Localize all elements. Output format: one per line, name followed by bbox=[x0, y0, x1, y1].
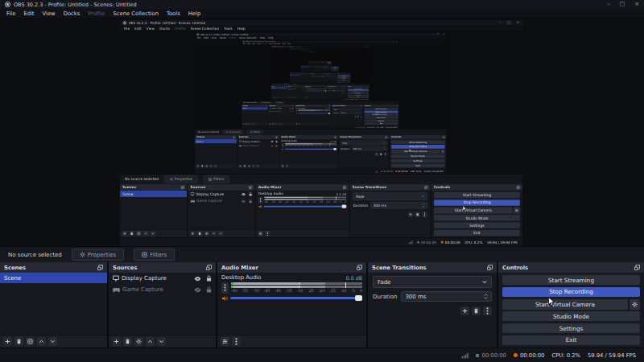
gamepad-icon bbox=[239, 145, 242, 147]
menu-file[interactable]: File bbox=[2, 10, 19, 18]
move-scene-up-button bbox=[143, 231, 149, 237]
menu-profile: Profile bbox=[228, 36, 237, 39]
source-properties-button bbox=[204, 231, 209, 237]
volume-meter bbox=[285, 143, 336, 146]
menu-edit[interactable]: Edit bbox=[19, 10, 38, 18]
duration-spinner[interactable]: 300 ms bbox=[401, 291, 492, 302]
properties-button: Properties bbox=[259, 101, 272, 105]
menu-view[interactable]: View bbox=[39, 10, 60, 18]
preview-canvas: OBS 30.2.3 - Profile: Untitled - Scenes:… bbox=[308, 51, 332, 65]
menu-docks[interactable]: Docks bbox=[60, 10, 85, 18]
transition-value: Fade bbox=[328, 88, 331, 88]
controls-title: Controls bbox=[391, 136, 402, 138]
move-scene-down-button bbox=[214, 164, 217, 167]
preview-area[interactable]: OBS 30.2.3 - Profile: Untitled - Scenes:… bbox=[0, 19, 644, 246]
stream-time: 00:00:00 bbox=[383, 171, 393, 173]
visibility-eye-icon[interactable] bbox=[194, 276, 201, 282]
source-row-display-capture[interactable]: Display Capture bbox=[109, 273, 216, 284]
preview-canvas bbox=[312, 52, 328, 60]
minimize-button[interactable]: – bbox=[607, 2, 610, 7]
volume-slider[interactable] bbox=[230, 295, 362, 301]
mixer-options-button[interactable] bbox=[232, 337, 241, 346]
source-properties-button[interactable] bbox=[134, 337, 143, 346]
popout-icon[interactable] bbox=[487, 265, 493, 270]
move-scene-up-button[interactable] bbox=[37, 337, 46, 346]
move-source-down-button[interactable] bbox=[157, 337, 166, 346]
exit-button: Exit bbox=[348, 97, 369, 98]
recording-time: 00:00:00 bbox=[445, 240, 460, 244]
channel-db-value: 0.0 dB bbox=[330, 140, 336, 142]
advanced-audio-icon[interactable] bbox=[221, 337, 229, 346]
maximize-button[interactable]: □ bbox=[620, 2, 625, 7]
gear-icon bbox=[80, 252, 85, 257]
captured-screen-frame: OBS 30.2.3 - Profile: Untitled - Scenes:… bbox=[308, 51, 332, 65]
recording-timer: 00:00:00 bbox=[338, 82, 341, 83]
cpu-usage: CPU: 0.2% bbox=[551, 352, 580, 359]
remove-transition-button[interactable] bbox=[472, 306, 481, 315]
duration-label: Duration bbox=[328, 90, 332, 91]
controls-panel: Controls Start Streaming Stop Recording … bbox=[390, 135, 447, 168]
menu-tools[interactable]: Tools bbox=[163, 10, 184, 18]
virtual-camera-config-button[interactable] bbox=[630, 299, 640, 310]
properties-label: Properties bbox=[284, 84, 288, 84]
popout-icon bbox=[443, 136, 445, 138]
transition-options-button[interactable] bbox=[483, 306, 492, 315]
dock-area: Scenes Scene Sources bbox=[195, 135, 447, 168]
move-scene-down-button[interactable] bbox=[48, 337, 57, 346]
start-streaming-button[interactable]: Start Streaming bbox=[502, 275, 640, 285]
controls-body: Start Streaming Stop Recording Start Vir… bbox=[498, 273, 644, 348]
scene-filters-button[interactable] bbox=[26, 337, 35, 346]
cpu-usage: CPU: 0.2% bbox=[355, 99, 359, 100]
popout-icon[interactable] bbox=[97, 265, 103, 270]
properties-button[interactable]: Properties bbox=[72, 249, 124, 261]
visibility-eye-slash-icon[interactable] bbox=[194, 287, 201, 293]
add-source-button[interactable] bbox=[112, 337, 121, 346]
add-scene-button bbox=[122, 231, 128, 237]
menu-profile[interactable]: Profile bbox=[84, 10, 109, 18]
lock-icon[interactable] bbox=[206, 286, 212, 293]
maximize-button: □ bbox=[365, 46, 366, 47]
filters-button[interactable]: Filters bbox=[134, 249, 175, 261]
channel-options-button[interactable] bbox=[221, 282, 229, 294]
filters-label: Filters bbox=[213, 177, 224, 181]
transition-select[interactable]: Fade bbox=[373, 276, 492, 288]
sources-list: Display Capture Game Capture bbox=[308, 67, 314, 71]
lock-icon bbox=[292, 110, 294, 112]
volume-slider-handle[interactable] bbox=[355, 295, 362, 301]
close-button[interactable]: × bbox=[634, 2, 639, 7]
add-scene-button[interactable] bbox=[3, 337, 12, 346]
menu-scene-collection[interactable]: Scene Collection bbox=[109, 10, 163, 18]
start-virtual-camera-button[interactable]: Start Virtual Camera bbox=[502, 299, 628, 310]
remove-scene-button[interactable] bbox=[14, 337, 23, 346]
maximize-button: □ bbox=[349, 48, 349, 49]
captured-screen-frame: OBS 30.2.3 - Profile: Untitled - Scenes:… bbox=[195, 33, 447, 175]
remove-source-button[interactable] bbox=[123, 337, 132, 346]
menu-help[interactable]: Help bbox=[184, 10, 205, 18]
lock-icon bbox=[249, 192, 252, 196]
spinner-arrows[interactable] bbox=[484, 294, 488, 299]
menu-view: View bbox=[210, 36, 218, 39]
captured-screen-frame: OBS 30.2.3 - Profile: Untitled - Scenes:… bbox=[120, 20, 522, 246]
scene-list-item[interactable]: Scene bbox=[0, 273, 107, 283]
speaker-icon[interactable] bbox=[221, 295, 228, 302]
transition-value: Fade bbox=[334, 109, 337, 110]
popout-icon[interactable] bbox=[357, 265, 362, 270]
captured-screen-frame: OBS 30.2.3 - Profile: Untitled - Scenes:… bbox=[271, 45, 369, 101]
properties-label: Properties bbox=[175, 177, 192, 181]
lock-icon[interactable] bbox=[206, 275, 212, 282]
exit-button[interactable]: Exit bbox=[502, 335, 640, 345]
settings-button[interactable]: Settings bbox=[502, 323, 640, 333]
no-source-selected-label: No source selected bbox=[8, 252, 62, 258]
move-source-up-button[interactable] bbox=[146, 337, 155, 346]
window-controls: – □ × bbox=[347, 48, 350, 49]
add-transition-button[interactable] bbox=[460, 306, 469, 315]
transitions-body: Fade Duration 300 ms bbox=[323, 67, 331, 72]
source-row-game-capture[interactable]: Game Capture bbox=[109, 284, 216, 295]
volume-slider-handle bbox=[342, 205, 347, 208]
audio-mixer-panel: Audio Mixer Desktop Audio 0.0 dB bbox=[217, 262, 366, 348]
captured-screen-frame: OBS 30.2.3 - Profile: Untitled - Scenes:… bbox=[301, 51, 340, 72]
popout-icon[interactable] bbox=[206, 265, 212, 270]
stop-recording-button[interactable]: Stop Recording bbox=[502, 287, 640, 297]
popout-icon[interactable] bbox=[634, 265, 640, 270]
studio-mode-button[interactable]: Studio Mode bbox=[502, 311, 640, 321]
